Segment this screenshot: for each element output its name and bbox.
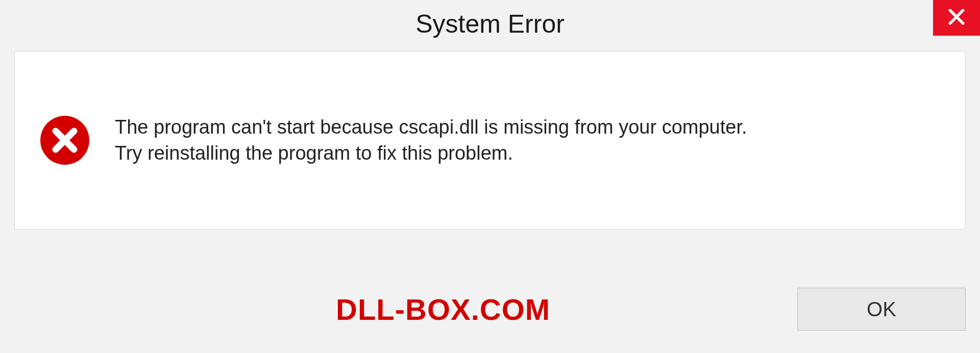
- footer: DLL-BOX.COM OK: [0, 288, 980, 353]
- titlebar: System Error: [0, 0, 980, 51]
- message-block: The program can't start because cscapi.d…: [115, 114, 941, 167]
- message-line-1: The program can't start because cscapi.d…: [115, 114, 941, 140]
- close-button[interactable]: [933, 0, 980, 36]
- close-icon: [947, 7, 966, 29]
- watermark-text: DLL-BOX.COM: [336, 292, 550, 326]
- ok-button-label: OK: [867, 298, 896, 321]
- ok-button[interactable]: OK: [797, 288, 966, 331]
- message-line-2: Try reinstalling the program to fix this…: [115, 140, 941, 166]
- error-icon: [39, 115, 90, 166]
- content-panel: The program can't start because cscapi.d…: [14, 51, 966, 230]
- dialog-title: System Error: [415, 9, 565, 39]
